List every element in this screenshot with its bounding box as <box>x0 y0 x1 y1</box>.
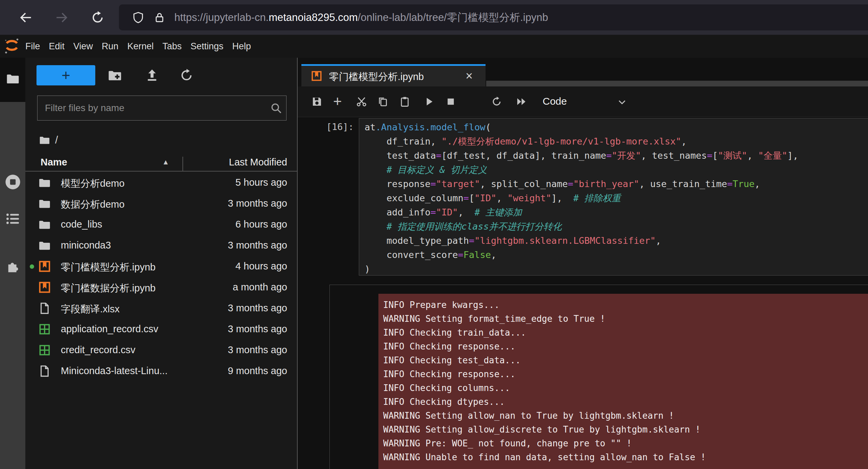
menu-edit[interactable]: Edit <box>49 41 65 52</box>
file-row[interactable]: 字段翻译.xlsx3 months ago <box>25 298 297 319</box>
stop-icon[interactable] <box>445 96 456 107</box>
menu-view[interactable]: View <box>73 41 93 52</box>
table-of-contents-icon[interactable] <box>5 211 21 227</box>
file-modified: 3 months ago <box>228 344 287 356</box>
close-icon[interactable]: × <box>466 69 473 83</box>
breadcrumb[interactable]: / <box>39 133 58 147</box>
code-line: convert_score=False, <box>365 248 868 262</box>
log-line: WARNING Setting allow_nan to True by lig… <box>383 409 865 423</box>
file-list: 模型分析demo5 hours ago数据分析demo3 months agoc… <box>25 172 297 382</box>
file-modified: 6 hours ago <box>235 219 287 230</box>
log-line: WARNING Setting format_time_edge to True… <box>383 312 865 326</box>
shield-icon[interactable] <box>132 11 145 24</box>
folder-icon <box>38 239 51 252</box>
running-dot <box>30 264 34 269</box>
file-row[interactable]: application_record.csv3 months ago <box>25 319 297 340</box>
menu-run[interactable]: Run <box>102 41 119 52</box>
code-line: test_data=[df_test, df_data], train_name… <box>365 149 868 163</box>
restart-run-all-icon[interactable] <box>516 96 527 107</box>
log-line: INFO Checking train_data... <box>383 326 865 340</box>
file-browser-panel: + / Name ▲ Last Modified 模型分析demo5 hours… <box>25 58 297 469</box>
cell-input-prompt: [16]: <box>298 122 354 132</box>
file-modified: 3 months ago <box>228 240 287 251</box>
add-cell-icon[interactable]: + <box>333 93 342 109</box>
code-line: add_info="ID", # 主键添加 <box>365 205 868 219</box>
notebook-toolbar: + Code <box>298 86 868 117</box>
file-modified: a month ago <box>233 282 287 293</box>
browser-chrome: https://jupyterlab-cn.metanoia8295.com/o… <box>0 0 868 35</box>
reload-icon[interactable] <box>90 10 105 25</box>
menu-help[interactable]: Help <box>232 41 251 52</box>
stderr-output[interactable]: INFO Prepare kwargs...WARNING Setting fo… <box>378 294 868 469</box>
code-line: df_train, "./模型分析demo/v1-lgb-more/v1-lgb… <box>365 134 868 149</box>
file-name: credit_record.csv <box>61 344 135 356</box>
log-line: INFO Checking response... <box>383 340 865 354</box>
log-line: INFO Prepare kwargs... <box>383 298 865 312</box>
app-root: https://jupyterlab-cn.metanoia8295.com/o… <box>0 0 868 469</box>
file-modified: 5 hours ago <box>235 177 287 188</box>
refresh-icon[interactable] <box>179 68 194 83</box>
file-name: 零门槛数据分析.ipynb <box>61 282 155 295</box>
file-browser-icon[interactable] <box>6 72 20 86</box>
sort-asc-icon[interactable]: ▲ <box>162 158 169 166</box>
column-name[interactable]: Name <box>41 157 67 168</box>
run-icon[interactable] <box>423 96 435 107</box>
address-bar[interactable]: https://jupyterlab-cn.metanoia8295.com/o… <box>119 4 868 30</box>
file-row[interactable]: 模型分析demo5 hours ago <box>25 172 297 193</box>
tabbar-filler <box>486 81 868 86</box>
back-icon[interactable] <box>19 10 33 25</box>
tab-title: 零门槛模型分析.ipynb <box>329 70 424 84</box>
file-name: miniconda3 <box>61 240 111 251</box>
paste-icon[interactable] <box>399 96 411 107</box>
code-line: # 指定使用训练的class并不进行打分转化 <box>365 219 868 234</box>
file-row[interactable]: 零门槛模型分析.ipynb4 hours ago <box>25 256 297 277</box>
code-line: at.Analysis.model_flow( <box>365 120 868 134</box>
cell-output-area: INFO Prepare kwargs...WARNING Setting fo… <box>329 285 868 469</box>
new-launcher-button[interactable]: + <box>36 65 95 85</box>
copy-icon[interactable] <box>377 96 389 107</box>
csv-icon <box>38 323 51 336</box>
sidebar-strip <box>0 58 25 469</box>
cell-type-select[interactable]: Code <box>543 96 567 107</box>
breadcrumb-root[interactable]: / <box>55 134 58 146</box>
file-name: application_record.csv <box>61 323 158 335</box>
file-name: 数据分析demo <box>61 198 125 211</box>
file-row[interactable]: 零门槛数据分析.ipynba month ago <box>25 277 297 298</box>
menu-kernel[interactable]: Kernel <box>127 41 154 52</box>
file-row[interactable]: 数据分析demo3 months ago <box>25 193 297 214</box>
restart-kernel-icon[interactable] <box>491 96 502 107</box>
log-line: WARNING Unable to find nan data, setting… <box>383 450 865 464</box>
extension-manager-icon[interactable] <box>5 258 21 274</box>
lock-icon[interactable] <box>153 11 166 24</box>
file-modified: 9 months ago <box>228 365 287 376</box>
menu-settings[interactable]: Settings <box>191 41 224 52</box>
notebook-icon <box>38 281 51 294</box>
menu-tabs[interactable]: Tabs <box>163 41 182 52</box>
forward-icon[interactable] <box>54 10 69 25</box>
file-row[interactable]: Miniconda3-latest-Linu...9 months ago <box>25 361 297 382</box>
file-name: 字段翻译.xlsx <box>61 303 120 316</box>
running-kernels-icon[interactable] <box>4 173 22 191</box>
log-line: INFO Checking columns... <box>383 381 865 395</box>
dock-tabbar: 零门槛模型分析.ipynb × <box>298 64 868 86</box>
code-editor[interactable]: at.Analysis.model_flow( df_train, "./模型分… <box>359 118 868 276</box>
file-row[interactable]: miniconda33 months ago <box>25 235 297 256</box>
log-line: INFO Checking response... <box>383 367 865 381</box>
search-icon <box>270 102 282 114</box>
file-row[interactable]: credit_record.csv3 months ago <box>25 340 297 361</box>
notebook-tab[interactable]: 零门槛模型分析.ipynb × <box>301 64 486 86</box>
url-text[interactable]: https://jupyterlab-cn.metanoia8295.com/o… <box>174 10 548 25</box>
chevron-down-icon[interactable] <box>617 97 627 107</box>
notebook-icon <box>38 260 51 273</box>
menu-file[interactable]: File <box>25 41 40 52</box>
file-modified: 3 months ago <box>228 198 287 209</box>
new-folder-icon[interactable] <box>107 68 122 83</box>
upload-icon[interactable] <box>145 68 159 83</box>
cut-icon[interactable] <box>356 96 367 107</box>
filter-files-input[interactable] <box>37 96 287 121</box>
save-icon[interactable] <box>311 96 323 107</box>
file-browser-toolbar: + <box>25 58 297 93</box>
folder-icon <box>38 218 51 231</box>
column-last-modified[interactable]: Last Modified <box>229 157 288 168</box>
file-row[interactable]: code_libs6 hours ago <box>25 214 297 235</box>
